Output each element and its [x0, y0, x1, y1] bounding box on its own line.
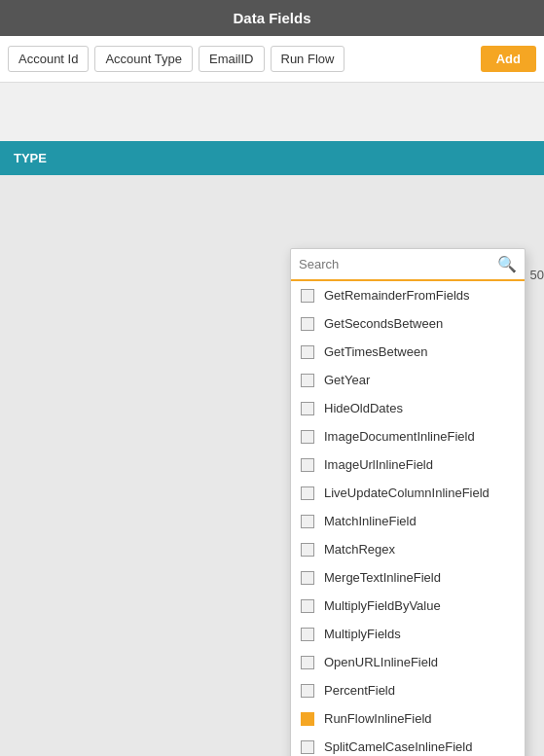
- item-label-multiply-fields: MultiplyFields: [324, 627, 401, 641]
- item-label-get-seconds: GetSecondsBetween: [324, 316, 443, 331]
- item-label-get-times: GetTimesBetween: [324, 344, 427, 359]
- checkbox-match-inline: [301, 515, 314, 528]
- table-type-header: TYPE: [0, 141, 544, 175]
- dropdown-item-split-camel[interactable]: SplitCamelCaseInlineField: [291, 733, 525, 756]
- checkbox-image-url: [301, 458, 314, 472]
- dropdown-list: GetRemainderFromFieldsGetSecondsBetweenG…: [291, 281, 525, 756]
- dropdown-item-percent-field[interactable]: PercentField: [291, 676, 525, 704]
- checkbox-get-times: [301, 345, 314, 359]
- tag-account-id[interactable]: Account Id: [8, 46, 89, 72]
- item-label-get-year: GetYear: [324, 373, 370, 387]
- item-label-match-inline: MatchInlineField: [324, 514, 417, 528]
- item-label-merge-text: MergeTextInlineField: [324, 570, 441, 585]
- item-label-hide-old-dates: HideOldDates: [324, 401, 403, 415]
- header-title: Data Fields: [233, 10, 310, 26]
- checkbox-split-camel: [301, 740, 314, 754]
- checkbox-get-year: [301, 374, 314, 387]
- item-label-split-camel: SplitCamelCaseInlineField: [324, 739, 472, 754]
- checkbox-run-flow-inline: [301, 712, 314, 726]
- tag-email-id[interactable]: EmailID: [199, 46, 265, 72]
- checkbox-get-seconds: [301, 317, 314, 331]
- checkbox-open-url: [301, 656, 314, 669]
- dropdown-item-merge-text[interactable]: MergeTextInlineField: [291, 563, 525, 592]
- checkbox-multiply-by-value: [301, 599, 314, 613]
- dropdown-item-open-url[interactable]: OpenURLInlineField: [291, 648, 525, 676]
- dropdown-item-hide-old-dates[interactable]: HideOldDates: [291, 394, 525, 422]
- checkbox-live-update: [301, 486, 314, 500]
- dropdown-panel: 🔍 GetRemainderFromFieldsGetSecondsBetwee…: [290, 248, 526, 756]
- dropdown-item-multiply-by-value[interactable]: MultiplyFieldByValue: [291, 592, 525, 620]
- checkbox-hide-old-dates: [301, 402, 314, 415]
- item-label-multiply-by-value: MultiplyFieldByValue: [324, 598, 441, 613]
- dropdown-item-image-document[interactable]: ImageDocumentInlineField: [291, 422, 525, 450]
- search-box: 🔍: [291, 249, 525, 281]
- item-label-live-update: LiveUpdateColumnInlineField: [324, 486, 490, 500]
- checkbox-merge-text: [301, 571, 314, 585]
- item-label-match-regex: MatchRegex: [324, 542, 395, 557]
- right-clip: 50: [530, 268, 544, 282]
- item-label-percent-field: PercentField: [324, 683, 395, 698]
- main-area: TYPE 50 🔍 GetRemainderFromFieldsGetSecon…: [0, 141, 544, 756]
- page-header: Data Fields: [0, 0, 544, 36]
- dropdown-item-get-year[interactable]: GetYear: [291, 366, 525, 394]
- checkbox-multiply-fields: [301, 628, 314, 641]
- item-label-get-remainder: GetRemainderFromFields: [324, 288, 470, 303]
- tag-run-flow[interactable]: Run Flow: [271, 46, 345, 72]
- item-label-image-url: ImageUrlInlineField: [324, 457, 433, 472]
- dropdown-item-image-url[interactable]: ImageUrlInlineField: [291, 450, 525, 479]
- checkbox-get-remainder: [301, 289, 314, 303]
- dropdown-item-get-remainder[interactable]: GetRemainderFromFields: [291, 281, 525, 309]
- item-label-open-url: OpenURLInlineField: [324, 655, 438, 669]
- search-icon: 🔍: [497, 255, 517, 273]
- item-label-run-flow-inline: RunFlowInlineField: [324, 711, 432, 726]
- item-label-image-document: ImageDocumentInlineField: [324, 429, 475, 444]
- checkbox-image-document: [301, 430, 314, 444]
- dropdown-item-live-update[interactable]: LiveUpdateColumnInlineField: [291, 479, 525, 507]
- dropdown-item-match-regex[interactable]: MatchRegex: [291, 535, 525, 563]
- tag-account-type[interactable]: Account Type: [94, 46, 193, 72]
- dropdown-item-multiply-fields[interactable]: MultiplyFields: [291, 620, 525, 648]
- dropdown-item-run-flow-inline[interactable]: RunFlowInlineField: [291, 704, 525, 733]
- tag-bar: Account IdAccount TypeEmailIDRun Flow Ad…: [0, 36, 544, 83]
- dropdown-item-get-seconds[interactable]: GetSecondsBetween: [291, 309, 525, 338]
- search-input[interactable]: [299, 257, 497, 271]
- add-button[interactable]: Add: [481, 46, 536, 72]
- dropdown-item-get-times[interactable]: GetTimesBetween: [291, 338, 525, 366]
- checkbox-match-regex: [301, 543, 314, 557]
- checkbox-percent-field: [301, 684, 314, 698]
- dropdown-item-match-inline[interactable]: MatchInlineField: [291, 507, 525, 535]
